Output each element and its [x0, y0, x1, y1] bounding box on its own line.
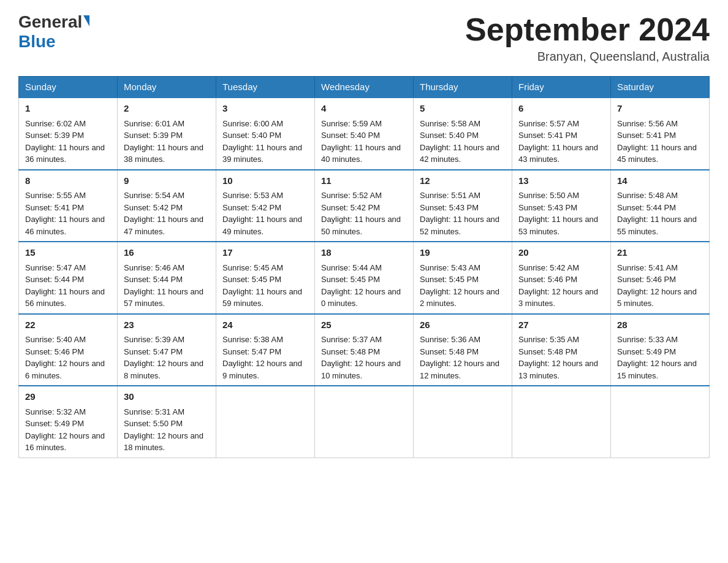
sunrise-text: Sunrise: 5:45 AM	[222, 262, 308, 274]
calendar-cell: 12Sunrise: 5:51 AMSunset: 5:43 PMDayligh…	[414, 170, 512, 242]
week-row-1: 1Sunrise: 6:02 AMSunset: 5:39 PMDaylight…	[19, 98, 710, 170]
calendar-cell	[512, 386, 611, 458]
day-number: 3	[222, 102, 308, 116]
sunset-text: Sunset: 5:50 PM	[124, 418, 210, 430]
sunset-text: Sunset: 5:39 PM	[25, 129, 111, 142]
sunset-text: Sunset: 5:44 PM	[124, 274, 210, 286]
sunset-text: Sunset: 5:46 PM	[518, 274, 604, 286]
sunset-text: Sunset: 5:49 PM	[25, 418, 111, 430]
week-row-3: 15Sunrise: 5:47 AMSunset: 5:44 PMDayligh…	[19, 242, 710, 314]
sunrise-text: Sunrise: 5:38 AM	[222, 334, 308, 346]
daylight-text: Daylight: 12 hours and 10 minutes.	[321, 358, 407, 381]
daylight-text: Daylight: 11 hours and 55 minutes.	[617, 213, 703, 237]
sunset-text: Sunset: 5:40 PM	[420, 129, 506, 142]
day-number: 11	[321, 174, 407, 188]
sunset-text: Sunset: 5:47 PM	[222, 346, 308, 358]
daylight-text: Daylight: 11 hours and 38 minutes.	[124, 142, 210, 166]
sunset-text: Sunset: 5:48 PM	[420, 346, 506, 358]
day-number: 14	[617, 174, 703, 188]
sunrise-text: Sunrise: 5:54 AM	[124, 190, 210, 202]
column-header-monday: Monday	[118, 77, 216, 98]
sunset-text: Sunset: 5:43 PM	[518, 202, 604, 214]
calendar-cell	[611, 386, 710, 458]
sunset-text: Sunset: 5:46 PM	[25, 346, 111, 358]
calendar-cell: 14Sunrise: 5:48 AMSunset: 5:44 PMDayligh…	[611, 170, 710, 242]
calendar-cell: 18Sunrise: 5:44 AMSunset: 5:45 PMDayligh…	[315, 242, 414, 314]
sunset-text: Sunset: 5:48 PM	[518, 346, 604, 358]
daylight-text: Daylight: 12 hours and 0 minutes.	[321, 286, 407, 310]
sunset-text: Sunset: 5:41 PM	[518, 129, 604, 142]
sunrise-text: Sunrise: 5:46 AM	[124, 262, 210, 274]
calendar-cell: 16Sunrise: 5:46 AMSunset: 5:44 PMDayligh…	[118, 242, 216, 314]
daylight-text: Daylight: 11 hours and 49 minutes.	[222, 213, 308, 237]
sunrise-text: Sunrise: 5:36 AM	[420, 334, 506, 346]
calendar-table: SundayMondayTuesdayWednesdayThursdayFrid…	[18, 76, 710, 458]
calendar-cell	[315, 386, 414, 458]
sunset-text: Sunset: 5:42 PM	[321, 202, 407, 214]
location: Branyan, Queensland, Australia	[465, 50, 710, 64]
title-area: September 2024 Branyan, Queensland, Aust…	[465, 12, 710, 64]
sunrise-text: Sunrise: 5:48 AM	[617, 190, 703, 202]
daylight-text: Daylight: 11 hours and 42 minutes.	[420, 142, 506, 166]
daylight-text: Daylight: 11 hours and 45 minutes.	[617, 142, 703, 166]
daylight-text: Daylight: 12 hours and 2 minutes.	[420, 286, 506, 310]
sunrise-text: Sunrise: 5:33 AM	[617, 334, 703, 346]
day-number: 19	[420, 246, 506, 260]
day-number: 20	[518, 246, 604, 260]
daylight-text: Daylight: 12 hours and 13 minutes.	[518, 358, 604, 381]
day-number: 12	[420, 174, 506, 188]
sunrise-text: Sunrise: 5:32 AM	[25, 406, 111, 418]
logo-triangle-icon	[83, 15, 89, 26]
calendar-cell: 15Sunrise: 5:47 AMSunset: 5:44 PMDayligh…	[19, 242, 118, 314]
day-number: 10	[222, 174, 308, 188]
daylight-text: Daylight: 11 hours and 43 minutes.	[518, 142, 604, 166]
sunrise-text: Sunrise: 6:02 AM	[25, 118, 111, 130]
daylight-text: Daylight: 11 hours and 46 minutes.	[25, 213, 111, 237]
day-number: 26	[420, 318, 506, 332]
calendar-cell: 29Sunrise: 5:32 AMSunset: 5:49 PMDayligh…	[19, 386, 118, 458]
logo-general-text: General	[18, 12, 82, 32]
column-header-wednesday: Wednesday	[315, 77, 414, 98]
sunset-text: Sunset: 5:40 PM	[321, 129, 407, 142]
daylight-text: Daylight: 11 hours and 50 minutes.	[321, 213, 407, 237]
header-row: SundayMondayTuesdayWednesdayThursdayFrid…	[19, 77, 710, 98]
calendar-cell: 13Sunrise: 5:50 AMSunset: 5:43 PMDayligh…	[512, 170, 611, 242]
day-number: 17	[222, 246, 308, 260]
sunset-text: Sunset: 5:45 PM	[420, 274, 506, 286]
calendar-cell: 21Sunrise: 5:41 AMSunset: 5:46 PMDayligh…	[611, 242, 710, 314]
week-row-4: 22Sunrise: 5:40 AMSunset: 5:46 PMDayligh…	[19, 314, 710, 386]
sunrise-text: Sunrise: 5:41 AM	[617, 262, 703, 274]
day-number: 4	[321, 102, 407, 116]
calendar-cell: 26Sunrise: 5:36 AMSunset: 5:48 PMDayligh…	[414, 314, 512, 386]
daylight-text: Daylight: 12 hours and 16 minutes.	[25, 430, 111, 454]
calendar-cell: 10Sunrise: 5:53 AMSunset: 5:42 PMDayligh…	[216, 170, 315, 242]
calendar-cell: 6Sunrise: 5:57 AMSunset: 5:41 PMDaylight…	[512, 98, 611, 170]
daylight-text: Daylight: 12 hours and 15 minutes.	[617, 358, 703, 381]
calendar-cell: 2Sunrise: 6:01 AMSunset: 5:39 PMDaylight…	[118, 98, 216, 170]
sunrise-text: Sunrise: 5:50 AM	[518, 190, 604, 202]
calendar-cell: 22Sunrise: 5:40 AMSunset: 5:46 PMDayligh…	[19, 314, 118, 386]
sunrise-text: Sunrise: 5:55 AM	[25, 190, 111, 202]
day-number: 15	[25, 246, 111, 260]
sunset-text: Sunset: 5:46 PM	[617, 274, 703, 286]
calendar-cell: 25Sunrise: 5:37 AMSunset: 5:48 PMDayligh…	[315, 314, 414, 386]
day-number: 29	[25, 390, 111, 404]
day-number: 2	[124, 102, 210, 116]
day-number: 27	[518, 318, 604, 332]
calendar-cell: 30Sunrise: 5:31 AMSunset: 5:50 PMDayligh…	[118, 386, 216, 458]
daylight-text: Daylight: 11 hours and 59 minutes.	[222, 286, 308, 310]
sunrise-text: Sunrise: 5:58 AM	[420, 118, 506, 130]
calendar-cell: 7Sunrise: 5:56 AMSunset: 5:41 PMDaylight…	[611, 98, 710, 170]
day-number: 8	[25, 174, 111, 188]
sunrise-text: Sunrise: 5:35 AM	[518, 334, 604, 346]
sunset-text: Sunset: 5:41 PM	[617, 129, 703, 142]
day-number: 21	[617, 246, 703, 260]
calendar-cell: 8Sunrise: 5:55 AMSunset: 5:41 PMDaylight…	[19, 170, 118, 242]
sunset-text: Sunset: 5:42 PM	[124, 202, 210, 214]
calendar-cell: 20Sunrise: 5:42 AMSunset: 5:46 PMDayligh…	[512, 242, 611, 314]
column-header-friday: Friday	[512, 77, 611, 98]
sunrise-text: Sunrise: 6:00 AM	[222, 118, 308, 130]
daylight-text: Daylight: 11 hours and 47 minutes.	[124, 213, 210, 237]
day-number: 25	[321, 318, 407, 332]
daylight-text: Daylight: 11 hours and 53 minutes.	[518, 213, 604, 237]
